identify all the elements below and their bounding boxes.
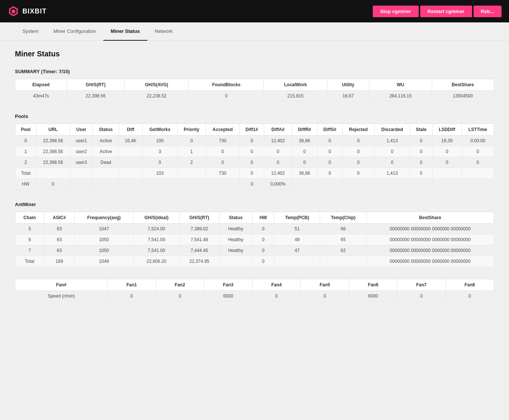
bestshare-5: 00000000 00000000 0000000 00000000 bbox=[366, 224, 494, 234]
pool-0-stale: 0 bbox=[410, 136, 433, 146]
antminer-row-7: 7 63 1050 7,541.00 7,444.45 Healthy 0 47… bbox=[15, 245, 494, 256]
pool-hw-stale bbox=[410, 179, 433, 190]
pool-0-url: 22,398.56 bbox=[36, 136, 70, 146]
pool-2-lsddiff: 0 bbox=[433, 157, 462, 168]
col-diff: Diff bbox=[119, 124, 142, 136]
hw-5: 0 bbox=[252, 224, 274, 234]
hw-7: 0 bbox=[252, 245, 274, 256]
col-getworks: GetWorks bbox=[143, 124, 178, 136]
pool-0-diff: 16,4K bbox=[119, 136, 142, 146]
pool-total-user bbox=[70, 168, 93, 179]
col-status: Status bbox=[93, 124, 119, 136]
col-ghsrt: GH/S(RT) bbox=[67, 79, 124, 91]
pool-total-discarded: 1,413 bbox=[374, 168, 410, 179]
antminer-total-hw: 0 bbox=[252, 256, 274, 267]
pool-1-rejected: 0 bbox=[342, 146, 374, 157]
freq-5: 1047 bbox=[74, 224, 133, 234]
reboot-button[interactable]: Reb... bbox=[474, 6, 502, 17]
pool-total-diffr: 36,86 bbox=[292, 168, 317, 179]
stop-cgminer-button[interactable]: Stop cgminer bbox=[373, 6, 419, 17]
pool-1-diffs: 0 bbox=[317, 146, 342, 157]
antminer-total-temppcb bbox=[274, 256, 320, 267]
pool-hw-rejected bbox=[342, 179, 374, 190]
val-ghsrt: 22,398.56 bbox=[67, 91, 124, 102]
pool-2-diff1: 0 bbox=[240, 157, 264, 168]
pool-0-user: user1 bbox=[70, 136, 93, 146]
pool-1-url: 22,398.56 bbox=[36, 146, 70, 157]
restart-cgminer-button[interactable]: Restart cgminer bbox=[420, 6, 472, 17]
pool-0-lsttime: 0:00:00 bbox=[462, 136, 494, 146]
tab-network[interactable]: Network bbox=[147, 22, 180, 41]
fan2-speed: 0 bbox=[156, 291, 204, 302]
antminer-total-bestshare: 00000000 00000000 0000000 00000000 bbox=[366, 256, 494, 267]
pool-total-diff bbox=[119, 168, 142, 179]
pool-0-priority: 0 bbox=[177, 136, 206, 146]
val-ghsavg: 22,238.52 bbox=[124, 91, 189, 102]
status-5: Healthy bbox=[219, 224, 252, 234]
navbar-buttons: Stop cgminer Restart cgminer Reb... bbox=[373, 6, 502, 17]
col-ghsrt: GH/S(RT) bbox=[179, 212, 219, 224]
pool-total-accepted: 730 bbox=[206, 168, 240, 179]
col-elapsed: Elapsed bbox=[15, 79, 67, 91]
col-freq: Frequency(avg) bbox=[74, 212, 133, 224]
ghsrt-6: 7,541.48 bbox=[179, 234, 219, 245]
pool-hw-discarded bbox=[374, 179, 410, 190]
logo-area: BIXBIT bbox=[7, 5, 47, 17]
temppcb-5: 51 bbox=[274, 224, 320, 234]
col-wu: WU bbox=[369, 79, 432, 91]
col-accepted: Accepted bbox=[206, 124, 240, 136]
pool-hw-lsttime bbox=[462, 179, 494, 190]
col-priority: Priority bbox=[177, 124, 206, 136]
tab-system[interactable]: System bbox=[15, 22, 46, 41]
col-fan5: Fan5 bbox=[301, 279, 349, 291]
pool-total-diff1: 0 bbox=[240, 168, 264, 179]
pool-0-lsddiff: 16,35 bbox=[433, 136, 462, 146]
col-localwork: LocalWork bbox=[264, 79, 327, 91]
ghsideal-5: 7,524.00 bbox=[134, 224, 179, 234]
antminer-row-5: 5 63 1047 7,524.00 7,389.02 Healthy 0 51… bbox=[15, 224, 494, 234]
ghsrt-5: 7,389.02 bbox=[179, 224, 219, 234]
pool-total-lsttime bbox=[462, 168, 494, 179]
pool-1-lsddiff: 0 bbox=[433, 146, 462, 157]
pool-1-status: Active bbox=[93, 146, 119, 157]
ghsideal-6: 7,541.00 bbox=[134, 234, 179, 245]
pool-0-diffr: 36,86 bbox=[292, 136, 317, 146]
val-foundblocks: 0 bbox=[189, 91, 264, 102]
fan-speed-label: Speed (r/min) bbox=[15, 291, 107, 302]
pool-hw-diffa: 0,000% bbox=[264, 179, 292, 190]
fan6-speed: 6000 bbox=[349, 291, 397, 302]
pool-hw-row: HW 0 0 0,000% bbox=[15, 179, 494, 190]
antminer-total-tempchip bbox=[320, 256, 366, 267]
antminer-row-6: 6 63 1050 7,541.00 7,541.48 Healthy 0 49… bbox=[15, 234, 494, 245]
antminer-total-freq: 1049 bbox=[74, 256, 133, 267]
col-lsttime: LSTTime bbox=[462, 124, 494, 136]
tab-miner-config[interactable]: Miner Configuration bbox=[46, 22, 103, 41]
pool-0-discarded: 1,413 bbox=[374, 136, 410, 146]
fan4-speed: 0 bbox=[252, 291, 300, 302]
antminer-header: AntMiner bbox=[15, 202, 494, 207]
pool-total-diffs: 0 bbox=[317, 168, 342, 179]
col-pool: Pool bbox=[15, 124, 37, 136]
pool-2-accepted: 0 bbox=[206, 157, 240, 168]
tab-miner-status[interactable]: Miner Status bbox=[103, 22, 147, 41]
pool-hw-c5 bbox=[143, 179, 178, 190]
temppcb-6: 49 bbox=[274, 234, 320, 245]
pool-hw-diffr bbox=[292, 179, 317, 190]
col-stale: Stale bbox=[410, 124, 433, 136]
status-6: Healthy bbox=[219, 234, 252, 245]
bestshare-7: 00000000 00000000 0000000 00000000 bbox=[366, 245, 494, 256]
pool-total-url bbox=[36, 168, 70, 179]
freq-7: 1050 bbox=[74, 245, 133, 256]
pool-hw-c6 bbox=[177, 179, 206, 190]
summary-header: SUMMARY (Timer: 7/15) bbox=[15, 69, 494, 74]
pool-0-accepted: 730 bbox=[206, 136, 240, 146]
pool-2-diffa: 0 bbox=[264, 157, 292, 168]
antminer-total-asic: 189 bbox=[44, 256, 74, 267]
fans-speed-row: Speed (r/min) 0 0 6000 0 0 6000 0 0 bbox=[15, 291, 494, 302]
fan8-speed: 0 bbox=[446, 291, 494, 302]
fans-header-row: Fan# Fan1 Fan2 Fan3 Fan4 Fan5 Fan6 Fan7 … bbox=[15, 279, 494, 291]
pool-total-label: Total bbox=[15, 168, 37, 179]
temppcb-7: 47 bbox=[274, 245, 320, 256]
pool-0-diff1: 0 bbox=[240, 136, 264, 146]
pools-section: Pools Pool URL User Status Diff GetWorks bbox=[15, 113, 494, 190]
